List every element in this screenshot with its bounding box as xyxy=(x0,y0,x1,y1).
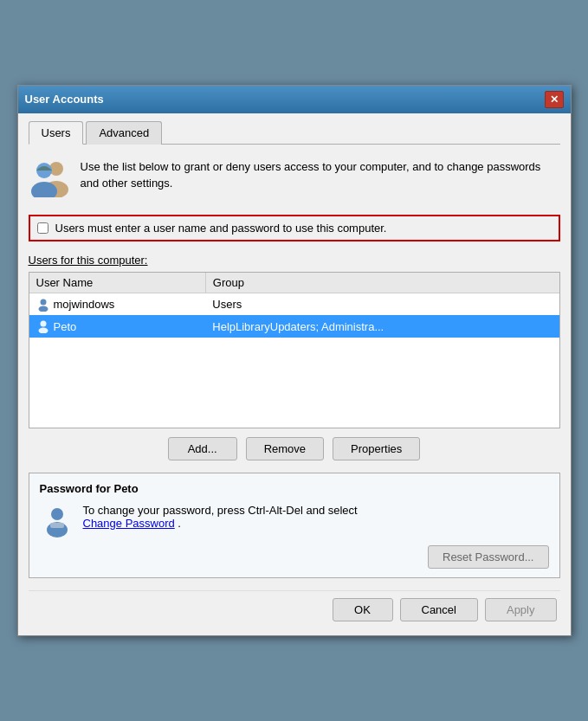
svg-rect-10 xyxy=(50,523,64,528)
user-name-cell: mojwindows xyxy=(29,293,206,315)
window-title: User Accounts xyxy=(25,93,104,106)
dialog-buttons: OK Cancel Apply xyxy=(29,590,560,625)
remove-button[interactable]: Remove xyxy=(246,437,324,460)
users-for-computer-label: Users for this computer: xyxy=(29,254,560,267)
user-accounts-window: User Accounts ✕ Users Advanced Use t xyxy=(17,85,572,637)
title-bar: User Accounts ✕ xyxy=(18,86,571,113)
cancel-button[interactable]: Cancel xyxy=(400,598,478,621)
table-empty-row xyxy=(29,405,559,428)
user-group-cell: Users xyxy=(205,293,559,315)
svg-point-8 xyxy=(51,508,63,520)
action-buttons: Add... Remove Properties xyxy=(29,437,560,460)
column-header-group: Group xyxy=(205,273,559,293)
ok-button[interactable]: OK xyxy=(333,598,393,621)
user-group-cell: HelpLibraryUpdaters; Administra... xyxy=(205,315,559,338)
users-icon xyxy=(29,158,72,197)
must-login-checkbox[interactable] xyxy=(37,222,48,234)
must-login-label[interactable]: Users must enter a user name and passwor… xyxy=(55,222,387,235)
info-section: Use the list below to grant or deny user… xyxy=(29,153,560,203)
reset-password-button[interactable]: Reset Password... xyxy=(428,545,549,569)
table-empty-row xyxy=(29,383,559,405)
change-password-link[interactable]: Change Password xyxy=(83,517,175,530)
table-row[interactable]: Peto HelpLibraryUpdaters; Administra... xyxy=(29,315,559,338)
svg-point-4 xyxy=(40,299,46,305)
svg-point-7 xyxy=(38,328,48,334)
info-text: Use the list below to grant or deny user… xyxy=(81,158,560,192)
title-bar-controls: ✕ xyxy=(545,91,564,108)
table-empty-row xyxy=(29,360,559,383)
must-login-checkbox-section[interactable]: Users must enter a user name and passwor… xyxy=(29,215,560,241)
window-content: Users Advanced Use the list below to gra… xyxy=(18,113,571,636)
add-button[interactable]: Add... xyxy=(168,437,237,460)
reset-password-row: Reset Password... xyxy=(40,545,549,569)
column-header-username: User Name xyxy=(29,273,206,293)
password-content: To change your password, press Ctrl-Alt-… xyxy=(40,504,549,538)
user-table: User Name Group mojwindows xyxy=(29,273,559,428)
user-icon-mojwindows xyxy=(36,298,50,312)
user-table-container: User Name Group mojwindows xyxy=(29,272,560,429)
password-instruction-line1: To change your password, press Ctrl-Alt-… xyxy=(83,504,358,517)
user-name-cell: Peto xyxy=(29,315,206,338)
user-icon-peto xyxy=(36,319,50,333)
password-section: Password for Peto To change your passwor… xyxy=(29,473,560,578)
password-instruction-end: . xyxy=(178,517,181,530)
table-row[interactable]: mojwindows Users xyxy=(29,293,559,315)
properties-button[interactable]: Properties xyxy=(333,437,420,460)
password-text: To change your password, press Ctrl-Alt-… xyxy=(83,504,358,530)
tab-users[interactable]: Users xyxy=(29,121,84,145)
password-section-title: Password for Peto xyxy=(40,482,549,495)
svg-point-5 xyxy=(38,306,48,312)
apply-button[interactable]: Apply xyxy=(485,598,557,621)
tab-bar: Users Advanced xyxy=(29,120,560,145)
table-empty-row xyxy=(29,338,559,360)
password-user-icon xyxy=(40,504,74,538)
svg-point-6 xyxy=(40,321,46,327)
tab-advanced[interactable]: Advanced xyxy=(86,121,162,145)
close-button[interactable]: ✕ xyxy=(545,91,564,108)
